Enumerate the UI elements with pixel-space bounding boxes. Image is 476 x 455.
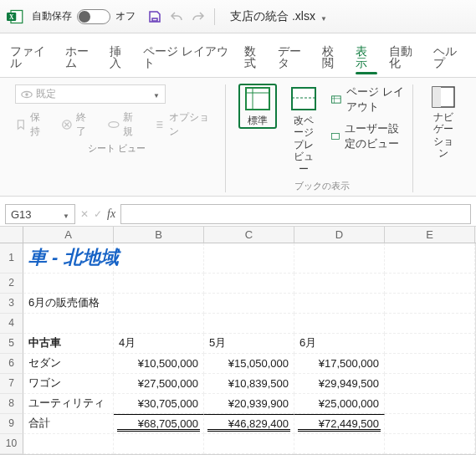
cell[interactable]: 合計 [23, 414, 114, 434]
column-header[interactable]: D [294, 227, 385, 243]
row-header[interactable]: 10 [0, 434, 23, 454]
cell[interactable] [294, 314, 385, 334]
filename[interactable]: 支店の統合 .xlsx [230, 9, 327, 24]
exit-icon [61, 119, 73, 130]
column-header[interactable]: E [385, 227, 475, 243]
row-header[interactable]: 9 [0, 414, 23, 434]
cell[interactable]: ¥27,500,000 [114, 374, 204, 394]
cancel-icon[interactable]: ✕ [80, 208, 89, 220]
cell[interactable] [385, 294, 475, 314]
cell[interactable]: ¥29,949,500 [294, 374, 385, 394]
spreadsheet-grid[interactable]: 12345678910 ABCDEF 車 - 北地域6月の販売価格中古車4月5月… [0, 227, 476, 454]
column-header[interactable]: A [23, 227, 114, 243]
row-header[interactable]: 6 [0, 354, 23, 374]
cell[interactable] [204, 314, 294, 334]
cell[interactable] [385, 374, 475, 394]
cell[interactable]: ワゴン [23, 374, 114, 394]
cell[interactable] [23, 434, 114, 454]
ribbon-tab-9[interactable]: ヘルプ [433, 40, 466, 77]
cell[interactable]: ¥10,839,500 [204, 374, 294, 394]
cell[interactable] [114, 243, 204, 274]
cell[interactable]: ¥20,939,900 [204, 394, 294, 414]
row-header[interactable]: 3 [0, 294, 23, 314]
column-header[interactable]: C [204, 227, 294, 243]
cell[interactable] [385, 314, 475, 334]
cell[interactable]: 中古車 [23, 334, 114, 354]
cells-area[interactable]: 車 - 北地域6月の販売価格中古車4月5月6月セダン¥10,500,000¥15… [23, 243, 476, 454]
cell[interactable] [385, 274, 475, 294]
cell[interactable] [385, 243, 475, 274]
cell[interactable]: ¥72,449,500 [294, 414, 385, 434]
cell[interactable] [204, 274, 294, 294]
autosave-toggle[interactable] [77, 9, 110, 24]
row-header[interactable]: 7 [0, 374, 23, 394]
row-header[interactable]: 5 [0, 334, 23, 354]
view-customview-button[interactable]: ユーザー設定のビュー [331, 121, 405, 151]
navigation-button[interactable]: ナビゲー ション [427, 84, 461, 161]
sheetview-new-button[interactable]: 新規 [108, 110, 142, 139]
cell[interactable] [23, 314, 114, 334]
cell[interactable] [294, 434, 385, 454]
ribbon-tab-6[interactable]: 校閲 [322, 40, 344, 77]
cell[interactable] [204, 434, 294, 454]
ribbon-tab-7[interactable]: 表示 [356, 40, 377, 77]
cell[interactable] [294, 294, 385, 314]
cell[interactable]: 5月 [204, 334, 294, 354]
cell[interactable]: 車 - 北地域 [23, 243, 114, 274]
cell[interactable] [114, 314, 204, 334]
cell[interactable]: 4月 [114, 334, 204, 354]
view-pagelayout-button[interactable]: ページ レイアウト [331, 84, 405, 115]
row-header[interactable]: 1 [0, 243, 23, 274]
cell[interactable] [385, 414, 475, 434]
enter-icon[interactable]: ✓ [94, 208, 102, 220]
cell[interactable] [204, 294, 294, 314]
cell[interactable] [23, 274, 114, 294]
filename-text: 支店の統合 .xlsx [230, 9, 315, 24]
cell[interactable]: セダン [23, 354, 114, 374]
cell[interactable] [385, 434, 475, 454]
name-box[interactable]: G13 [5, 204, 75, 224]
ribbon-tab-5[interactable]: データ [278, 40, 310, 77]
cell[interactable] [385, 354, 475, 374]
cell[interactable]: ¥68,705,000 [114, 414, 204, 434]
ribbon-tab-3[interactable]: ページ レイアウト [143, 40, 233, 77]
sheetview-exit-button[interactable]: 終了 [61, 110, 95, 139]
redo-icon[interactable] [189, 8, 207, 26]
cell[interactable] [294, 243, 385, 274]
row-header[interactable]: 8 [0, 394, 23, 414]
row-header[interactable]: 2 [0, 274, 23, 294]
ribbon-tab-0[interactable]: ファイル [10, 40, 54, 77]
ribbon-tab-4[interactable]: 数式 [244, 40, 266, 77]
cell[interactable] [204, 243, 294, 274]
formula-input[interactable] [120, 204, 471, 224]
cell[interactable]: ¥30,705,000 [114, 394, 204, 414]
cell[interactable]: 6月 [294, 334, 385, 354]
cell[interactable] [114, 434, 204, 454]
sheetview-default-dropdown[interactable]: 既定 [15, 84, 166, 104]
column-header[interactable]: B [114, 227, 204, 243]
cell[interactable]: ¥15,050,000 [204, 354, 294, 374]
save-icon[interactable] [146, 8, 164, 26]
cell[interactable] [385, 394, 475, 414]
view-pagebreak-button[interactable]: 改ページ プレビュー [284, 84, 323, 176]
cell[interactable]: ¥46,829,400 [204, 414, 294, 434]
cell[interactable]: 6月の販売価格 [23, 294, 114, 314]
cell[interactable] [114, 274, 204, 294]
ribbon-tab-2[interactable]: 挿入 [110, 40, 131, 77]
fx-icon[interactable]: fx [107, 207, 115, 221]
select-all-corner[interactable] [0, 227, 23, 243]
cell[interactable] [114, 294, 204, 314]
undo-icon[interactable] [167, 8, 186, 26]
row-header[interactable]: 4 [0, 314, 23, 334]
cell[interactable]: ¥25,000,000 [294, 394, 385, 414]
cell[interactable]: ¥17,500,000 [294, 354, 385, 374]
cell[interactable]: ¥10,500,000 [114, 354, 204, 374]
sheetview-keep-button[interactable]: 保持 [15, 110, 49, 139]
view-normal-button[interactable]: 標準 [239, 84, 276, 128]
ribbon-tab-1[interactable]: ホーム [65, 40, 98, 77]
cell[interactable] [294, 274, 385, 294]
sheetview-options-button[interactable]: オプション [154, 110, 218, 139]
cell[interactable]: ユーティリティ [23, 394, 114, 414]
ribbon-tab-8[interactable]: 自動化 [389, 40, 422, 77]
cell[interactable] [385, 334, 475, 354]
